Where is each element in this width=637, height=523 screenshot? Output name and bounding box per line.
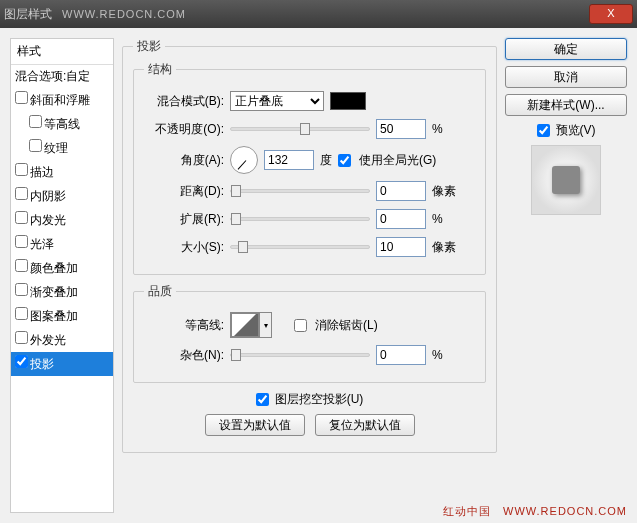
style-label: 纹理 xyxy=(44,141,68,155)
style-checkbox[interactable] xyxy=(15,307,28,320)
global-light-checkbox[interactable] xyxy=(338,154,351,167)
percent-unit: % xyxy=(432,348,460,362)
chevron-down-icon[interactable]: ▾ xyxy=(259,313,271,337)
angle-dial[interactable] xyxy=(230,146,258,174)
style-label: 内阴影 xyxy=(30,189,66,203)
preview-checkbox[interactable] xyxy=(537,124,550,137)
ok-button[interactable]: 确定 xyxy=(505,38,627,60)
contour-swatch xyxy=(231,313,259,337)
quality-group: 品质 等高线: ▾ 消除锯齿(L) 杂色(N): xyxy=(133,283,486,383)
style-checkbox[interactable] xyxy=(15,259,28,272)
pixel-unit: 像素 xyxy=(432,183,460,200)
knockout-label: 图层挖空投影(U) xyxy=(275,391,364,408)
close-button[interactable]: X xyxy=(589,4,633,24)
angle-label: 角度(A): xyxy=(144,152,224,169)
blending-options-row[interactable]: 混合选项:自定 xyxy=(11,65,113,88)
pixel-unit: 像素 xyxy=(432,239,460,256)
style-label: 图案叠加 xyxy=(30,309,78,323)
watermark-url-bottom: 红动中国 WWW.REDOCN.COM xyxy=(443,504,627,519)
style-checkbox[interactable] xyxy=(15,91,28,104)
global-light-label: 使用全局光(G) xyxy=(359,152,436,169)
degree-unit: 度 xyxy=(320,152,332,169)
spread-slider[interactable] xyxy=(230,217,370,221)
distance-input[interactable] xyxy=(376,181,426,201)
style-checkbox[interactable] xyxy=(29,115,42,128)
style-label: 内发光 xyxy=(30,213,66,227)
style-checkbox[interactable] xyxy=(15,331,28,344)
style-label: 斜面和浮雕 xyxy=(30,93,90,107)
style-checkbox[interactable] xyxy=(15,235,28,248)
blend-mode-select[interactable]: 正片叠底 xyxy=(230,91,324,111)
style-label: 渐变叠加 xyxy=(30,285,78,299)
style-item-4[interactable]: 内阴影 xyxy=(11,184,113,208)
opacity-input[interactable] xyxy=(376,119,426,139)
contour-picker[interactable]: ▾ xyxy=(230,312,272,338)
noise-slider[interactable] xyxy=(230,353,370,357)
style-item-3[interactable]: 描边 xyxy=(11,160,113,184)
distance-label: 距离(D): xyxy=(144,183,224,200)
styles-header: 样式 xyxy=(11,39,113,65)
styles-panel: 样式 混合选项:自定 斜面和浮雕等高线纹理描边内阴影内发光光泽颜色叠加渐变叠加图… xyxy=(10,38,114,513)
style-checkbox[interactable] xyxy=(15,163,28,176)
style-checkbox[interactable] xyxy=(15,355,28,368)
style-label: 描边 xyxy=(30,165,54,179)
noise-input[interactable] xyxy=(376,345,426,365)
angle-input[interactable] xyxy=(264,150,314,170)
preview-thumbnail xyxy=(531,145,601,215)
style-item-2[interactable]: 纹理 xyxy=(11,136,113,160)
style-item-11[interactable]: 投影 xyxy=(11,352,113,376)
opacity-label: 不透明度(O): xyxy=(144,121,224,138)
style-item-5[interactable]: 内发光 xyxy=(11,208,113,232)
structure-group: 结构 混合模式(B): 正片叠底 不透明度(O): % 角度(A): xyxy=(133,61,486,275)
style-checkbox[interactable] xyxy=(15,187,28,200)
antialias-label: 消除锯齿(L) xyxy=(315,317,378,334)
style-item-6[interactable]: 光泽 xyxy=(11,232,113,256)
style-checkbox[interactable] xyxy=(29,139,42,152)
settings-panel: 投影 结构 混合模式(B): 正片叠底 不透明度(O): % xyxy=(122,38,497,513)
preview-label: 预览(V) xyxy=(556,122,596,139)
distance-slider[interactable] xyxy=(230,189,370,193)
style-checkbox[interactable] xyxy=(15,211,28,224)
set-default-button[interactable]: 设置为默认值 xyxy=(205,414,305,436)
size-input[interactable] xyxy=(376,237,426,257)
window-title: 图层样式 xyxy=(4,6,52,23)
knockout-checkbox[interactable] xyxy=(256,393,269,406)
new-style-button[interactable]: 新建样式(W)... xyxy=(505,94,627,116)
noise-label: 杂色(N): xyxy=(144,347,224,364)
spread-label: 扩展(R): xyxy=(144,211,224,228)
blend-mode-label: 混合模式(B): xyxy=(144,93,224,110)
size-label: 大小(S): xyxy=(144,239,224,256)
size-slider[interactable] xyxy=(230,245,370,249)
shadow-color-swatch[interactable] xyxy=(330,92,366,110)
percent-unit: % xyxy=(432,122,460,136)
structure-legend: 结构 xyxy=(144,61,176,78)
watermark-url-top: WWW.REDOCN.COM xyxy=(62,8,186,20)
panel-title: 投影 xyxy=(133,38,165,55)
antialias-checkbox[interactable] xyxy=(294,319,307,332)
opacity-slider[interactable] xyxy=(230,127,370,131)
style-checkbox[interactable] xyxy=(15,283,28,296)
titlebar: 图层样式 WWW.REDOCN.COM X xyxy=(0,0,637,28)
style-label: 投影 xyxy=(30,357,54,371)
reset-default-button[interactable]: 复位为默认值 xyxy=(315,414,415,436)
action-panel: 确定 取消 新建样式(W)... 预览(V) xyxy=(505,38,627,513)
style-label: 等高线 xyxy=(44,117,80,131)
spread-input[interactable] xyxy=(376,209,426,229)
quality-legend: 品质 xyxy=(144,283,176,300)
style-item-10[interactable]: 外发光 xyxy=(11,328,113,352)
style-label: 外发光 xyxy=(30,333,66,347)
style-label: 光泽 xyxy=(30,237,54,251)
style-item-0[interactable]: 斜面和浮雕 xyxy=(11,88,113,112)
percent-unit: % xyxy=(432,212,460,226)
style-item-1[interactable]: 等高线 xyxy=(11,112,113,136)
cancel-button[interactable]: 取消 xyxy=(505,66,627,88)
style-item-8[interactable]: 渐变叠加 xyxy=(11,280,113,304)
style-item-7[interactable]: 颜色叠加 xyxy=(11,256,113,280)
style-item-9[interactable]: 图案叠加 xyxy=(11,304,113,328)
style-label: 颜色叠加 xyxy=(30,261,78,275)
contour-label: 等高线: xyxy=(144,317,224,334)
layer-style-dialog: 图层样式 WWW.REDOCN.COM X 样式 混合选项:自定 斜面和浮雕等高… xyxy=(0,0,637,523)
